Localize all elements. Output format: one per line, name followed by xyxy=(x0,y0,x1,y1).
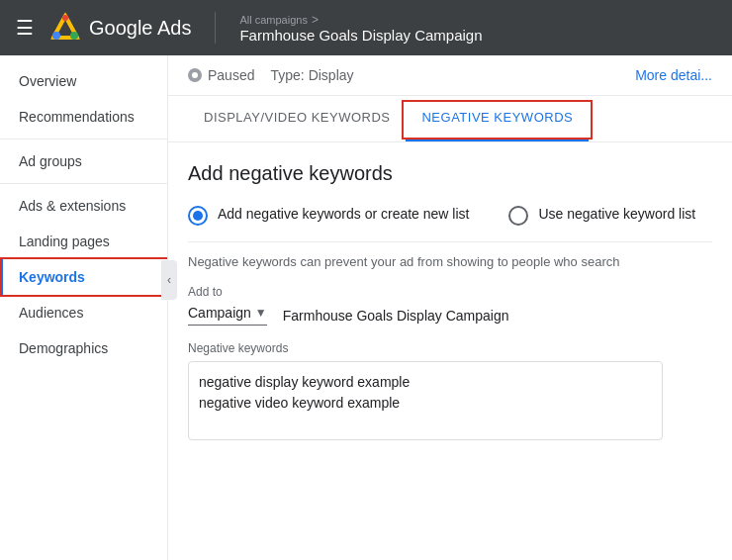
campaign-name: Farmhouse Goals Display Campaign xyxy=(283,308,509,324)
main-content: Paused Type: Display More detai... DISPL… xyxy=(168,55,732,560)
sidebar-item-ad-groups[interactable]: Ad groups xyxy=(0,143,167,179)
status-bar: Paused Type: Display More detai... xyxy=(168,55,732,96)
radio-create-new-label: Add negative keywords or create new list xyxy=(218,205,469,225)
status-text: Paused xyxy=(208,67,254,83)
dropdown-arrow-icon: ▼ xyxy=(255,306,267,320)
more-details-link[interactable]: More detai... xyxy=(635,67,712,83)
status-dot-icon xyxy=(188,68,202,82)
add-to-label: Add to xyxy=(188,285,712,299)
dropdown-row: Campaign ▼ Farmhouse Goals Display Campa… xyxy=(188,305,712,326)
radio-option-create-new[interactable]: Add negative keywords or create new list xyxy=(188,205,469,226)
breadcrumb-chevron-icon: > xyxy=(312,13,319,27)
svg-point-2 xyxy=(52,32,60,40)
dropdown-text: Campaign xyxy=(188,305,251,321)
breadcrumb: All campaigns > Farmhouse Goals Display … xyxy=(239,13,482,44)
keywords-label: Negative keywords xyxy=(188,341,712,355)
sidebar-item-recommendations[interactable]: Recommendations xyxy=(0,99,167,135)
radio-use-list-label: Use negative keyword list xyxy=(538,205,695,225)
sidebar-divider-1 xyxy=(0,139,167,140)
tab-negative-keywords[interactable]: NEGATIVE KEYWORDS xyxy=(406,96,589,141)
sidebar-divider-2 xyxy=(0,183,167,184)
layout: Overview Recommendations Ad groups Ads &… xyxy=(0,55,732,560)
svg-point-4 xyxy=(70,32,78,40)
sidebar-item-overview[interactable]: Overview xyxy=(0,63,167,99)
sidebar-item-ads-extensions[interactable]: Ads & extensions xyxy=(0,188,167,224)
sidebar-collapse-button[interactable]: ‹ xyxy=(161,260,177,300)
radio-use-list-icon[interactable] xyxy=(508,206,528,226)
content-area: Add negative keywords Add negative keywo… xyxy=(168,142,732,560)
header: ☰ Google Ads All campaigns > Farmhouse G… xyxy=(0,0,732,55)
breadcrumb-title: Farmhouse Goals Display Campaign xyxy=(239,27,482,44)
sidebar: Overview Recommendations Ad groups Ads &… xyxy=(0,55,168,560)
info-text: Negative keywords can prevent your ad fr… xyxy=(188,241,712,269)
radio-create-new-icon[interactable] xyxy=(188,206,208,226)
google-ads-logo-icon xyxy=(49,12,81,44)
tabs: DISPLAY/VIDEO KEYWORDS NEGATIVE KEYWORDS xyxy=(168,96,732,142)
app-name: Google Ads xyxy=(89,17,191,40)
logo: Google Ads xyxy=(49,12,191,44)
radio-group: Add negative keywords or create new list… xyxy=(188,205,712,226)
radio-inner xyxy=(193,211,203,221)
status-type: Type: Display xyxy=(270,67,353,83)
svg-point-3 xyxy=(62,15,68,21)
section-title: Add negative keywords xyxy=(188,162,712,185)
status-badge: Paused xyxy=(188,67,254,83)
header-divider xyxy=(215,12,216,44)
negative-keywords-input[interactable]: negative display keyword example negativ… xyxy=(188,361,663,440)
menu-icon[interactable]: ☰ xyxy=(16,16,34,40)
sidebar-item-landing-pages[interactable]: Landing pages xyxy=(0,224,167,259)
campaign-dropdown[interactable]: Campaign ▼ xyxy=(188,305,267,326)
status-dot-inner xyxy=(192,72,198,78)
tab-display-video-keywords[interactable]: DISPLAY/VIDEO KEYWORDS xyxy=(188,96,406,141)
breadcrumb-parent[interactable]: All campaigns > xyxy=(239,13,482,27)
radio-option-use-list[interactable]: Use negative keyword list xyxy=(508,205,695,226)
sidebar-item-demographics[interactable]: Demographics xyxy=(0,330,167,366)
sidebar-item-audiences[interactable]: Audiences xyxy=(0,295,167,330)
sidebar-item-keywords[interactable]: Keywords xyxy=(0,259,167,295)
